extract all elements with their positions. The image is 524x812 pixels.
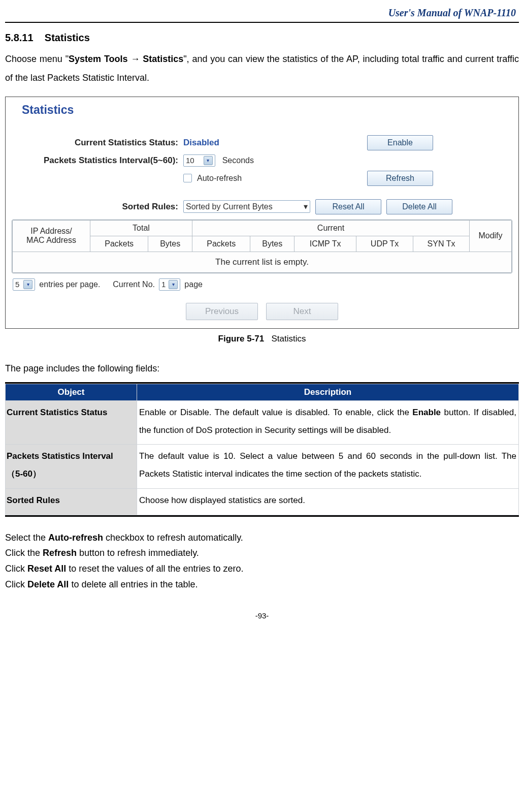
- chevron-down-icon: ▾: [204, 156, 213, 165]
- col-total-packets: Packets: [90, 236, 148, 252]
- desc-row-2-desc: The default value is 10. Select a value …: [137, 445, 519, 489]
- current-no-label: Current No.: [113, 280, 155, 289]
- reset-all-button[interactable]: Reset All: [315, 199, 381, 214]
- sorted-label: Sorted Rules:: [18, 202, 183, 212]
- desc-header-row: Object Description: [6, 384, 519, 400]
- auto-refresh-label: Auto-refresh: [197, 174, 242, 183]
- interval-value: 10: [186, 156, 194, 165]
- col-icmp: ICMP Tx: [294, 236, 356, 252]
- stats-table: IP Address/ MAC Address Total Current Mo…: [12, 220, 512, 273]
- interval-label: Packets Statistics Interval(5~60):: [18, 155, 183, 166]
- sort-select[interactable]: Sorted by Current Bytes ▾: [183, 200, 310, 213]
- header-object: Object: [6, 384, 137, 400]
- col-modify: Modify: [470, 220, 512, 252]
- table-empty-row: The current list is empty.: [13, 252, 512, 272]
- desc-row-3-object: Sorted Rules: [6, 489, 137, 515]
- desc-bold: Enable: [412, 408, 441, 417]
- chevron-down-icon: ▾: [169, 280, 178, 289]
- col-current: Current: [192, 220, 470, 236]
- fields-lead: The page includes the following fields:: [5, 359, 519, 378]
- entries-select[interactable]: 5 ▾: [13, 278, 35, 291]
- desc-text: Enable or Disable. The default value is …: [139, 408, 412, 417]
- col-ipmac: IP Address/ MAC Address: [13, 220, 90, 252]
- desc-text: The default value is 10. Select a value …: [139, 451, 516, 479]
- figure-title: Statistics: [271, 334, 306, 343]
- enable-button[interactable]: Enable: [367, 135, 433, 150]
- doc-header: User's Manual of WNAP-1110: [5, 5, 519, 22]
- section-title: Statistics: [45, 32, 90, 43]
- page-number: -93-: [5, 611, 519, 620]
- obj-subtext: （5-60）: [7, 465, 135, 483]
- status-value: Disabled: [183, 138, 295, 148]
- desc-row-2: Packets Statistics Interval （5-60） The d…: [6, 445, 519, 489]
- desc-row-1-object: Current Statistics Status: [6, 400, 137, 445]
- desc-row-3: Sorted Rules Choose how displayed statis…: [6, 489, 519, 515]
- line-delete-all: Click Delete All to delete all entries i…: [5, 577, 519, 592]
- entries-row: 5 ▾ entries per page. Current No. 1 ▾ pa…: [13, 278, 511, 291]
- screenshot-title: Statistics: [11, 100, 513, 131]
- col-cur-bytes: Bytes: [250, 236, 294, 252]
- page-select[interactable]: 1 ▾: [159, 278, 180, 291]
- sort-value: Sorted by Current Bytes: [186, 202, 273, 211]
- entries-value: 5: [15, 280, 19, 289]
- auto-refresh-checkbox[interactable]: [183, 174, 192, 182]
- section-heading: 5.8.11 Statistics: [5, 32, 519, 44]
- desc-row-3-desc: Choose how displayed statistics are sort…: [137, 489, 519, 515]
- intro-paragraph: Choose menu "System Tools → Statistics",…: [5, 50, 519, 87]
- chevron-down-icon: ▾: [304, 202, 308, 211]
- empty-message: The current list is empty.: [13, 252, 512, 272]
- obj-text: Packets Statistics Interval: [7, 451, 113, 461]
- obj-text: Sorted Rules: [7, 495, 60, 505]
- figure-number: Figure 5-71: [218, 334, 265, 343]
- refresh-button[interactable]: Refresh: [367, 171, 433, 186]
- header-rule: [5, 22, 519, 23]
- entries-text: entries per page.: [39, 280, 100, 289]
- col-cur-packets: Packets: [192, 236, 250, 252]
- statistics-screenshot: Statistics Current Statistics Status: Di…: [5, 97, 519, 329]
- col-total: Total: [90, 220, 192, 236]
- intro-menu-path: System Tools → Statistics: [69, 54, 183, 64]
- line-auto-refresh: Select the Auto-refresh checkbox to refr…: [5, 530, 519, 546]
- previous-button[interactable]: Previous: [186, 303, 258, 320]
- page-text: page: [184, 280, 203, 289]
- interval-select[interactable]: 10 ▾: [183, 154, 215, 167]
- description-table: Object Description Current Statistics St…: [5, 382, 519, 517]
- col-udp: UDP Tx: [356, 236, 413, 252]
- desc-row-2-object: Packets Statistics Interval （5-60）: [6, 445, 137, 489]
- obj-text: Current Statistics Status: [7, 408, 107, 417]
- intro-prefix: Choose menu ": [5, 54, 69, 64]
- line-refresh: Click the Refresh button to refresh imme…: [5, 545, 519, 561]
- status-label: Current Statistics Status:: [18, 138, 183, 148]
- desc-row-1: Current Statistics Status Enable or Disa…: [6, 400, 519, 445]
- page-value: 1: [161, 280, 166, 289]
- next-button[interactable]: Next: [266, 303, 338, 320]
- header-description: Description: [137, 384, 519, 400]
- delete-all-button[interactable]: Delete All: [386, 199, 452, 214]
- col-total-bytes: Bytes: [148, 236, 192, 252]
- desc-row-1-desc: Enable or Disable. The default value is …: [137, 400, 519, 445]
- seconds-label: Seconds: [222, 156, 254, 165]
- body-instructions: Select the Auto-refresh checkbox to refr…: [5, 530, 519, 592]
- chevron-down-icon: ▾: [23, 280, 32, 289]
- line-reset-all: Click Reset All to reset the values of a…: [5, 561, 519, 577]
- table-header-row-1: IP Address/ MAC Address Total Current Mo…: [13, 220, 512, 236]
- col-syn: SYN Tx: [413, 236, 470, 252]
- figure-caption: Figure 5-71 Statistics: [5, 334, 519, 344]
- section-number: 5.8.11: [5, 32, 34, 43]
- desc-text: Choose how displayed statistics are sort…: [139, 495, 305, 505]
